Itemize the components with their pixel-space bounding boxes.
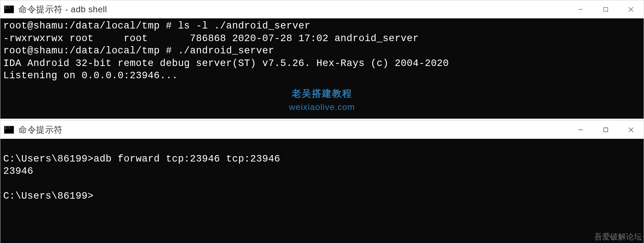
close-button[interactable] <box>618 121 644 139</box>
close-icon <box>628 127 634 133</box>
minimize-button[interactable] <box>568 121 593 139</box>
terminal-line: 23946 <box>3 166 34 177</box>
window-controls-1 <box>568 0 644 18</box>
close-icon <box>628 6 634 12</box>
terminal-line: C:\Users\86199> <box>3 191 94 202</box>
window-title-1: 命令提示符 - adb shell <box>18 4 107 15</box>
terminal-line: Listening on 0.0.0.0:23946... <box>3 70 178 81</box>
svg-rect-5 <box>604 128 608 132</box>
minimize-icon <box>578 127 583 133</box>
titlebar-2[interactable]: 命令提示符 <box>0 121 644 139</box>
maximize-icon <box>603 6 609 12</box>
cmd-icon <box>4 126 14 134</box>
svg-rect-1 <box>604 8 608 12</box>
cmd-icon <box>4 5 14 13</box>
terminal-line: root@shamu:/data/local/tmp # ./android_s… <box>3 45 274 56</box>
terminal-output-2[interactable]: C:\Users\86199>adb forward tcp:23946 tcp… <box>0 139 644 243</box>
corner-watermark: 吾爱破解论坛 <box>594 231 642 242</box>
terminal-window-1: 命令提示符 - adb shell root@shamu:/data/local… <box>0 0 644 119</box>
terminal-window-2: 命令提示符 C:\Users\86199>adb forward tcp:239… <box>0 120 644 243</box>
terminal-output-1[interactable]: root@shamu:/data/local/tmp # ls -l ./and… <box>0 18 644 119</box>
window-title-2: 命令提示符 <box>18 124 63 136</box>
terminal-line: C:\Users\86199>adb forward tcp:23946 tcp… <box>3 154 280 164</box>
maximize-icon <box>603 127 609 133</box>
close-button[interactable] <box>618 0 644 18</box>
terminal-line: -rwxrwxrwx root root 786868 2020-07-28 1… <box>3 33 419 44</box>
minimize-button[interactable] <box>568 0 593 18</box>
titlebar-1[interactable]: 命令提示符 - adb shell <box>0 0 644 18</box>
minimize-icon <box>578 6 583 12</box>
maximize-button[interactable] <box>593 121 618 139</box>
terminal-line: IDA Android 32-bit remote debug server(S… <box>3 58 449 69</box>
terminal-line: root@shamu:/data/local/tmp # ls -l ./and… <box>3 21 310 31</box>
maximize-button[interactable] <box>593 0 618 18</box>
window-controls-2 <box>568 121 644 139</box>
